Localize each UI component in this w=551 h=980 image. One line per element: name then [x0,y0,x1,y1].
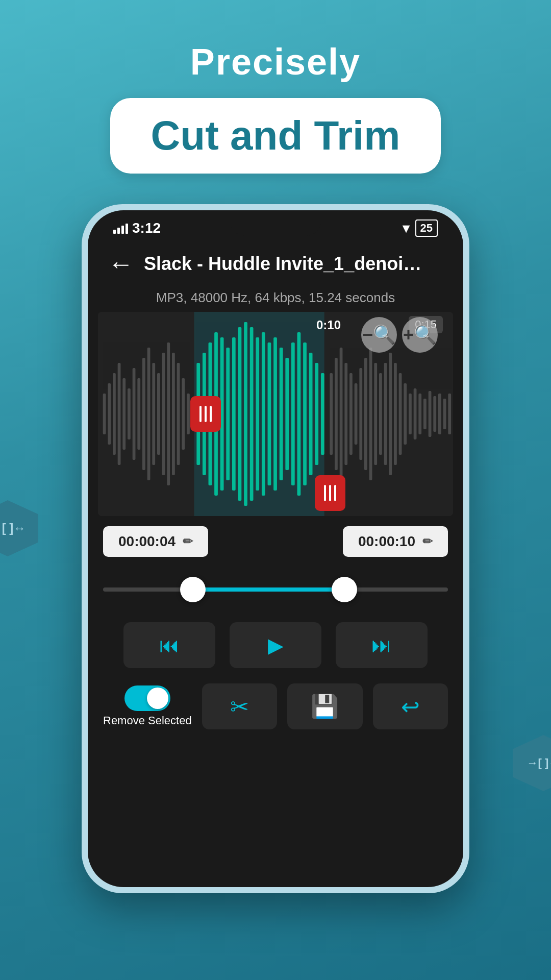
status-time: 3:12 [132,220,161,236]
zoom-out-button[interactable]: −🔍 [361,317,397,353]
svg-rect-57 [404,383,407,445]
svg-rect-18 [187,394,190,434]
svg-rect-25 [226,348,230,480]
start-time-display[interactable]: 00:00:04 ✏ [103,526,208,557]
svg-rect-39 [309,353,313,475]
status-right: ▾ 25 [403,219,438,237]
svg-rect-5 [122,378,126,450]
svg-rect-59 [414,388,417,439]
zoom-in-button[interactable]: +🔍 [402,317,438,353]
undo-button[interactable]: ↩ [373,683,448,729]
app-header: ← Slack - Huddle Invite_1_denoi… [88,241,463,287]
cut-trim-label: Cut and Trim [151,112,400,159]
svg-rect-33 [273,337,277,491]
svg-rect-37 [297,332,301,496]
play-button[interactable]: ▶ [230,622,321,668]
svg-rect-56 [399,373,402,455]
svg-rect-51 [374,363,377,465]
svg-rect-48 [359,368,362,460]
svg-rect-61 [423,399,427,429]
svg-rect-47 [355,383,358,445]
slider-thumb-right[interactable] [332,577,357,602]
end-time-value: 00:00:10 [358,533,415,550]
svg-rect-50 [369,348,372,480]
svg-rect-41 [321,373,324,455]
cut-icon: ✂ [230,694,249,720]
svg-rect-63 [433,396,436,432]
svg-rect-17 [182,378,185,450]
battery-indicator: 25 [415,219,438,237]
svg-rect-64 [438,394,441,434]
svg-rect-34 [280,348,283,480]
svg-rect-4 [118,363,121,465]
svg-rect-44 [340,348,343,480]
hex-badge-right: →[ ]← [513,735,551,791]
phone-mockup: ↔[ ]↔ →[ ]← 3:12 [0,204,551,893]
svg-rect-54 [389,353,392,475]
save-button[interactable]: 💾 [287,683,362,729]
remove-selected-label: Remove Selected [103,714,192,727]
rewind-button[interactable]: ⏮ [123,622,215,668]
precisely-heading: Precisely [190,41,361,83]
svg-rect-9 [142,358,145,470]
remove-selected-toggle[interactable] [124,685,170,711]
trim-handle-left[interactable] [190,396,221,432]
svg-rect-7 [133,368,136,460]
signal-bars [113,223,128,234]
svg-rect-42 [330,373,333,455]
range-slider[interactable] [88,567,463,617]
phone-screen: 3:12 ▾ 25 ← Slack - Huddle Invite_1_deno… [88,210,463,887]
back-button[interactable]: ← [108,249,134,279]
cut-button[interactable]: ✂ [202,683,277,729]
edit-end-icon[interactable]: ✏ [422,534,433,549]
fast-forward-button[interactable]: ⏭ [336,622,428,668]
track-title: Slack - Huddle Invite_1_denoi… [144,253,443,275]
svg-rect-16 [177,363,180,465]
svg-rect-10 [147,348,151,480]
svg-rect-2 [108,383,111,445]
rewind-icon: ⏮ [159,634,180,657]
phone-frame: 3:12 ▾ 25 ← Slack - Huddle Invite_1_deno… [82,204,469,893]
svg-rect-28 [244,322,247,506]
svg-rect-26 [232,337,236,491]
svg-rect-12 [157,373,160,455]
start-time-value: 00:00:04 [118,533,176,550]
svg-rect-3 [113,373,116,455]
svg-rect-29 [250,327,254,501]
hex-badge-left: ↔[ ]↔ [0,500,38,556]
svg-rect-32 [268,342,271,485]
svg-rect-40 [315,363,318,465]
trim-handle-right[interactable] [315,475,345,511]
save-icon: 💾 [311,693,339,720]
svg-rect-6 [128,388,131,439]
fast-forward-icon: ⏭ [371,634,392,657]
svg-rect-15 [172,353,175,475]
svg-rect-46 [349,373,353,455]
svg-rect-65 [443,399,446,429]
end-time-display[interactable]: 00:00:10 ✏ [343,526,448,557]
svg-rect-43 [335,358,338,470]
slider-thumb-left[interactable] [180,577,206,602]
svg-rect-13 [162,353,165,475]
wifi-icon: ▾ [403,220,409,236]
svg-rect-35 [285,358,289,470]
svg-rect-53 [384,363,387,465]
svg-rect-66 [448,394,451,434]
svg-rect-55 [394,363,397,465]
toggle-knob [147,688,168,709]
action-row: Remove Selected ✂ 💾 ↩ [88,678,463,734]
svg-rect-36 [291,342,295,485]
edit-start-icon[interactable]: ✏ [183,534,193,549]
cut-trim-badge: Cut and Trim [110,98,441,174]
phone-notch [230,210,321,236]
time-marker-10: 0:10 [316,318,341,332]
status-left: 3:12 [113,220,161,236]
remove-selected-toggle-container: Remove Selected [103,685,192,727]
svg-rect-30 [256,337,259,491]
svg-rect-1 [103,394,106,434]
zoom-controls: −🔍 +🔍 [361,317,438,353]
svg-rect-14 [167,342,170,485]
slider-fill [193,587,344,592]
time-display-row: 00:00:04 ✏ 00:00:10 ✏ [88,516,463,567]
svg-rect-11 [152,363,155,465]
